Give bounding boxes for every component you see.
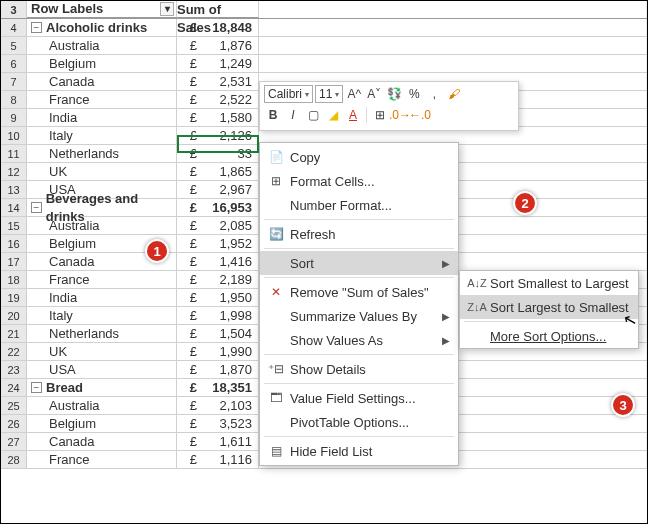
cell-label[interactable]: India (27, 109, 177, 126)
cell-currency[interactable]: £ (177, 433, 199, 450)
cell-currency[interactable]: £ (177, 91, 199, 108)
row-number[interactable]: 28 (1, 451, 27, 468)
row-number[interactable]: 3 (1, 1, 27, 18)
cell-currency[interactable]: £ (177, 181, 199, 198)
cell-currency[interactable]: £ (177, 109, 199, 126)
cell-value[interactable]: 33 (199, 145, 259, 162)
cell-currency[interactable]: £ (177, 451, 199, 468)
cell-label[interactable]: −Alcoholic drinks (27, 19, 177, 36)
cell-currency[interactable]: £ (177, 37, 199, 54)
sort-more[interactable]: More Sort Options... (460, 324, 638, 348)
cell-currency[interactable]: £ (177, 145, 199, 162)
font-size-selector[interactable]: 11▾ (315, 85, 343, 103)
row-number[interactable]: 23 (1, 361, 27, 378)
cell-label[interactable]: UK (27, 163, 177, 180)
cell-currency[interactable]: £ (177, 19, 199, 36)
cell-label[interactable]: −Beverages and drinks (27, 199, 177, 216)
cell-label[interactable]: Row Labels▾ (27, 1, 177, 18)
cell-currency[interactable]: £ (177, 217, 199, 234)
ctx-show-as[interactable]: Show Values As▶ (260, 328, 458, 352)
cell-value[interactable]: 1,876 (199, 37, 259, 54)
cell-currency[interactable]: £ (177, 253, 199, 270)
borders-dropdown-icon[interactable]: ⊞ (371, 106, 389, 124)
cell-value[interactable]: 18,351 (199, 379, 259, 396)
cell-label[interactable]: Netherlands (27, 145, 177, 162)
collapse-icon[interactable]: − (31, 202, 42, 213)
cell-currency[interactable]: £ (177, 343, 199, 360)
ctx-show-details[interactable]: ⁺⊟Show Details (260, 357, 458, 381)
cell-value[interactable]: 18,848 (199, 19, 259, 36)
row-number[interactable]: 20 (1, 307, 27, 324)
borders-icon[interactable]: ▢ (304, 106, 322, 124)
cell-value[interactable]: 2,189 (199, 271, 259, 288)
cell-label[interactable]: Italy (27, 127, 177, 144)
ctx-number-format[interactable]: Number Format... (260, 193, 458, 217)
cell-value[interactable]: Sum of Sales (177, 1, 259, 18)
cell-currency[interactable]: £ (177, 271, 199, 288)
cell-label[interactable]: Italy (27, 307, 177, 324)
cell-label[interactable]: Belgium (27, 55, 177, 72)
ctx-pivot-options[interactable]: PivotTable Options... (260, 410, 458, 434)
decrease-font-icon[interactable]: A˅ (365, 85, 383, 103)
cell-label[interactable]: USA (27, 361, 177, 378)
cell-value[interactable]: 2,531 (199, 73, 259, 90)
cell-value[interactable]: 1,950 (199, 289, 259, 306)
cell-empty[interactable] (259, 55, 647, 72)
bold-icon[interactable]: B (264, 106, 282, 124)
cell-value[interactable]: 2,126 (199, 127, 259, 144)
decrease-decimal-icon[interactable]: ←.0 (411, 106, 429, 124)
fill-color-icon[interactable]: ◢ (324, 106, 342, 124)
cell-currency[interactable]: £ (177, 163, 199, 180)
cell-empty[interactable] (259, 1, 647, 18)
row-number[interactable]: 13 (1, 181, 27, 198)
cell-currency[interactable]: £ (177, 307, 199, 324)
row-number[interactable]: 7 (1, 73, 27, 90)
cell-value[interactable]: 2,522 (199, 91, 259, 108)
cell-value[interactable]: 1,870 (199, 361, 259, 378)
cell-label[interactable]: France (27, 91, 177, 108)
row-number[interactable]: 4 (1, 19, 27, 36)
row-number[interactable]: 6 (1, 55, 27, 72)
row-number[interactable]: 21 (1, 325, 27, 342)
cell-value[interactable]: 1,416 (199, 253, 259, 270)
ctx-format-cells[interactable]: ⊞Format Cells... (260, 169, 458, 193)
cell-empty[interactable] (259, 19, 647, 36)
italic-icon[interactable]: I (284, 106, 302, 124)
row-number[interactable]: 18 (1, 271, 27, 288)
font-color-icon[interactable]: A (344, 106, 362, 124)
row-number[interactable]: 14 (1, 199, 27, 216)
ctx-hide-field[interactable]: ▤Hide Field List (260, 439, 458, 463)
cell-label[interactable]: −Bread (27, 379, 177, 396)
increase-decimal-icon[interactable]: .0→ (391, 106, 409, 124)
row-number[interactable]: 12 (1, 163, 27, 180)
cell-value[interactable]: 1,952 (199, 235, 259, 252)
row-number[interactable]: 15 (1, 217, 27, 234)
cell-value[interactable]: 1,990 (199, 343, 259, 360)
cell-label[interactable]: France (27, 451, 177, 468)
cell-label[interactable]: Australia (27, 37, 177, 54)
cell-currency[interactable]: £ (177, 325, 199, 342)
sort-desc[interactable]: Z↓ASort Largest to Smallest (460, 295, 638, 319)
cell-currency[interactable]: £ (177, 415, 199, 432)
row-number[interactable]: 24 (1, 379, 27, 396)
cell-value[interactable]: 3,523 (199, 415, 259, 432)
cell-currency[interactable]: £ (177, 289, 199, 306)
accounting-format-icon[interactable]: 💱 (385, 85, 403, 103)
row-number[interactable]: 25 (1, 397, 27, 414)
cell-value[interactable]: 1,998 (199, 307, 259, 324)
cell-label[interactable]: Belgium (27, 415, 177, 432)
cell-value[interactable]: 1,116 (199, 451, 259, 468)
cell-label[interactable]: India (27, 289, 177, 306)
cell-label[interactable]: Canada (27, 73, 177, 90)
cell-currency[interactable]: £ (177, 235, 199, 252)
row-number[interactable]: 11 (1, 145, 27, 162)
cell-currency[interactable]: £ (177, 361, 199, 378)
cell-value[interactable]: 1,504 (199, 325, 259, 342)
cell-empty[interactable] (259, 37, 647, 54)
row-number[interactable]: 26 (1, 415, 27, 432)
cell-value[interactable]: 1,865 (199, 163, 259, 180)
ctx-refresh[interactable]: 🔄Refresh (260, 222, 458, 246)
cell-value[interactable]: 1,249 (199, 55, 259, 72)
row-number[interactable]: 22 (1, 343, 27, 360)
filter-dropdown-icon[interactable]: ▾ (160, 2, 174, 16)
